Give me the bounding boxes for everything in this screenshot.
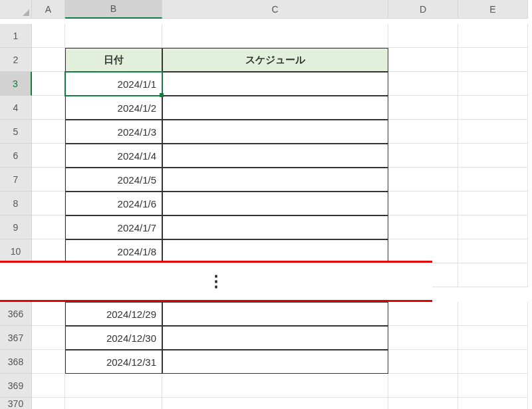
cell-E369[interactable] [458,374,528,398]
cell-E10[interactable] [458,239,528,263]
cell-C5[interactable] [162,120,388,144]
row-header[interactable]: 8 [0,192,32,215]
cell-C9[interactable] [162,215,388,239]
select-all-corner[interactable] [0,0,32,19]
cell-C370[interactable] [162,398,388,409]
cell-B7[interactable]: 2024/1/5 [65,168,162,192]
break-line-bottom [0,300,432,302]
cell-A9[interactable] [32,215,65,239]
cell-A10[interactable] [32,239,65,263]
cell-D1[interactable] [388,24,458,48]
cell-C8[interactable] [162,192,388,215]
cell-B9[interactable]: 2024/1/7 [65,215,162,239]
row-header[interactable]: 6 [0,144,32,168]
cell-A8[interactable] [32,192,65,215]
cell-B5[interactable]: 2024/1/3 [65,120,162,144]
cell-C10[interactable] [162,239,388,263]
cell-B3[interactable]: 2024/1/1 [65,72,162,96]
cell-D4[interactable] [388,96,458,120]
cell-B1[interactable] [65,24,162,48]
cell-D368[interactable] [388,350,458,374]
cell-D3[interactable] [388,72,458,96]
cell-C3[interactable] [162,72,388,96]
cell-B8[interactable]: 2024/1/6 [65,192,162,215]
cell-A5[interactable] [32,120,65,144]
cell-B368[interactable]: 2024/12/31 [65,350,162,374]
cell-D6[interactable] [388,144,458,168]
cell-D369[interactable] [388,374,458,398]
col-header-A[interactable]: A [32,0,65,19]
cell-E7[interactable] [458,168,528,192]
row-header[interactable]: 368 [0,350,32,374]
cell-D7[interactable] [388,168,458,192]
cell-D370[interactable] [388,398,458,409]
cell-D9[interactable] [388,215,458,239]
cell-B4[interactable]: 2024/1/2 [65,96,162,120]
row-header[interactable]: 2 [0,48,32,72]
cell-E1[interactable] [458,24,528,48]
row-header[interactable]: 4 [0,96,32,120]
cell-A7[interactable] [32,168,65,192]
cell-E368[interactable] [458,350,528,374]
cell-C4[interactable] [162,96,388,120]
cell-E4[interactable] [458,96,528,120]
cell[interactable] [458,263,528,287]
cell-E367[interactable] [458,326,528,350]
cell-A369[interactable] [32,374,65,398]
cell-C1[interactable] [162,24,388,48]
cell-D5[interactable] [388,120,458,144]
row-header[interactable]: 369 [0,374,32,398]
cell-A367[interactable] [32,326,65,350]
row-header[interactable]: 3 [0,72,32,96]
cell-A1[interactable] [32,24,65,48]
cell-C6[interactable] [162,144,388,168]
cell-D8[interactable] [388,192,458,215]
cell-C369[interactable] [162,374,388,398]
cell-D367[interactable] [388,326,458,350]
cell-E3[interactable] [458,72,528,96]
row-header[interactable]: 7 [0,168,32,192]
cell-E366[interactable] [458,302,528,326]
col-header-E[interactable]: E [458,0,528,19]
cell-A6[interactable] [32,144,65,168]
cell-E6[interactable] [458,144,528,168]
cell-E5[interactable] [458,120,528,144]
cell-A368[interactable] [32,350,65,374]
cell-E2[interactable] [458,48,528,72]
col-header-C[interactable]: C [162,0,388,19]
cell-A3[interactable] [32,72,65,96]
cell-A4[interactable] [32,96,65,120]
cell-D2[interactable] [388,48,458,72]
omission-break: ⋮ [0,261,432,302]
row-header[interactable]: 9 [0,215,32,239]
vertical-ellipsis-icon: ⋮ [0,273,432,289]
row-header[interactable]: 366 [0,302,32,326]
row-header[interactable]: 367 [0,326,32,350]
row-header[interactable]: 370 [0,398,32,409]
cell-C366[interactable] [162,302,388,326]
cell-E8[interactable] [458,192,528,215]
cell-B6[interactable]: 2024/1/4 [65,144,162,168]
cell-D366[interactable] [388,302,458,326]
cell-C368[interactable] [162,350,388,374]
row-header[interactable]: 1 [0,24,32,48]
cell-B369[interactable] [65,374,162,398]
cell-D10[interactable] [388,239,458,263]
row-header[interactable]: 5 [0,120,32,144]
cell-B367[interactable]: 2024/12/30 [65,326,162,350]
cell-A2[interactable] [32,48,65,72]
col-header-B[interactable]: B [65,0,162,19]
row-header[interactable]: 10 [0,239,32,263]
cell-A366[interactable] [32,302,65,326]
cell-C7[interactable] [162,168,388,192]
header-schedule[interactable]: スケジュール [162,48,388,72]
cell-B366[interactable]: 2024/12/29 [65,302,162,326]
cell-B370[interactable] [65,398,162,409]
col-header-D[interactable]: D [388,0,458,19]
cell-C367[interactable] [162,326,388,350]
cell-E370[interactable] [458,398,528,409]
cell-A370[interactable] [32,398,65,409]
cell-B10[interactable]: 2024/1/8 [65,239,162,263]
header-date[interactable]: 日付 [65,48,162,72]
cell-E9[interactable] [458,215,528,239]
